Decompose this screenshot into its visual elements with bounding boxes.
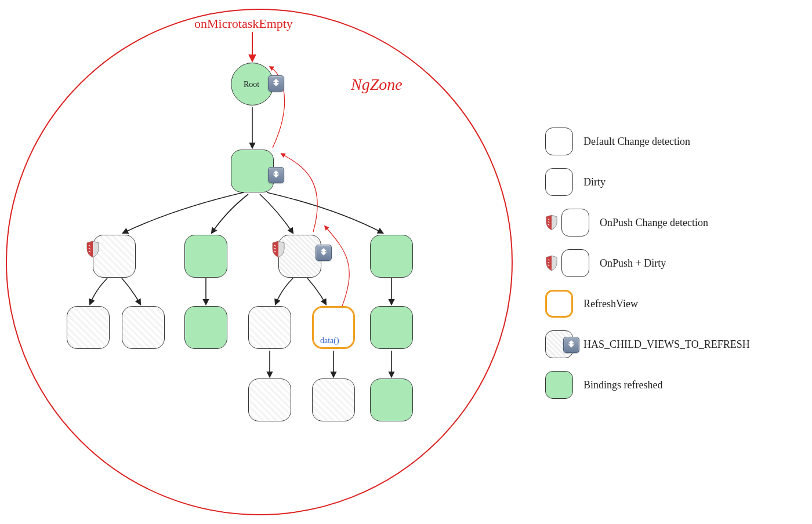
legend-swatch bbox=[561, 249, 589, 277]
tree-node bbox=[370, 235, 413, 278]
refresh-badge-icon bbox=[563, 337, 579, 353]
legend-swatch bbox=[545, 290, 573, 318]
legend-label: Default Change detection bbox=[583, 136, 690, 148]
legend: Default Change detection Dirty OnPush Ch… bbox=[545, 128, 789, 412]
legend-item-dirty: Dirty bbox=[545, 168, 789, 196]
legend-item-haschild: HAS_CHILD_VIEWS_TO_REFRESH bbox=[545, 330, 789, 358]
tree-node bbox=[122, 306, 165, 349]
tree-node bbox=[312, 379, 355, 421]
legend-swatch bbox=[545, 168, 573, 196]
legend-label: Dirty bbox=[583, 176, 606, 188]
legend-item-default: Default Change detection bbox=[545, 128, 789, 155]
tree-node bbox=[184, 306, 227, 349]
diagram-canvas: onMicrotaskEmpty NgZone bbox=[0, 0, 812, 524]
data-signal-label: data() bbox=[320, 336, 339, 345]
tree-node bbox=[67, 306, 110, 349]
tree-node bbox=[248, 379, 291, 421]
shield-icon bbox=[545, 214, 558, 231]
refresh-badge-icon bbox=[316, 245, 332, 261]
legend-label: OnPush + Dirty bbox=[600, 257, 666, 270]
legend-label: Bindings refreshed bbox=[583, 379, 662, 391]
tree-node bbox=[370, 306, 413, 349]
legend-label: RefreshView bbox=[583, 298, 638, 310]
legend-item-refreshview: RefreshView bbox=[545, 290, 789, 318]
refresh-badge-icon bbox=[268, 75, 284, 92]
root-label: Root bbox=[244, 80, 259, 89]
legend-label: HAS_CHILD_VIEWS_TO_REFRESH bbox=[583, 339, 750, 351]
legend-item-onpush: OnPush Change detection bbox=[545, 209, 789, 236]
zone-label: NgZone bbox=[351, 75, 403, 94]
tree-node bbox=[184, 235, 227, 278]
shield-icon bbox=[545, 255, 558, 271]
tree-node bbox=[231, 150, 274, 192]
legend-item-refreshed: Bindings refreshed bbox=[545, 371, 789, 399]
legend-swatch bbox=[561, 209, 589, 236]
refresh-badge-icon bbox=[268, 167, 284, 183]
shield-icon bbox=[86, 241, 100, 258]
shield-icon bbox=[271, 241, 285, 258]
trigger-label: onMicrotaskEmpty bbox=[194, 16, 293, 31]
tree-node bbox=[370, 379, 413, 421]
legend-swatch bbox=[545, 128, 573, 155]
legend-item-onpush-dirty: OnPush + Dirty bbox=[545, 249, 789, 277]
legend-swatch bbox=[545, 371, 573, 399]
legend-swatch bbox=[545, 330, 573, 358]
tree-node bbox=[248, 306, 291, 349]
legend-label: OnPush Change detection bbox=[600, 217, 708, 229]
